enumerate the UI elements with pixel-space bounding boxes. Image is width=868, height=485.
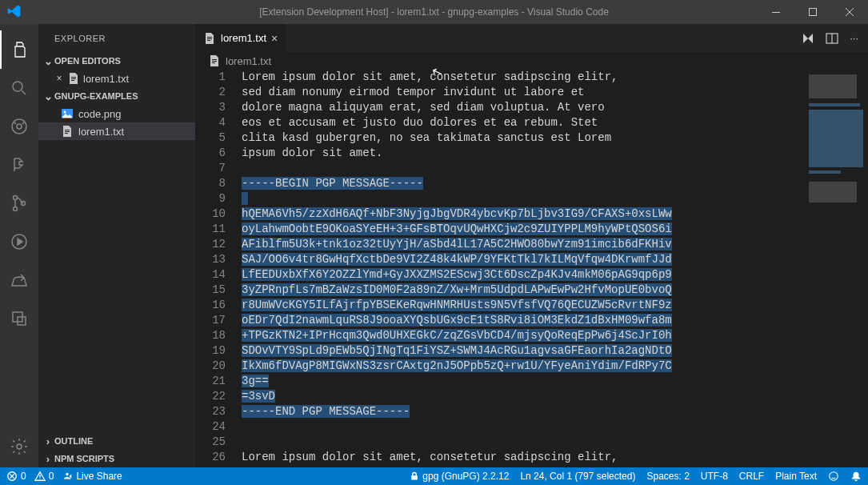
outline-header[interactable]: › OUTLINE bbox=[38, 432, 195, 450]
close-button[interactable] bbox=[831, 0, 868, 24]
svg-point-16 bbox=[830, 472, 838, 481]
svg-point-6 bbox=[14, 207, 18, 211]
status-language[interactable]: Plain Text bbox=[775, 471, 817, 482]
workspace-header[interactable]: ⌄ GNUPG-EXAMPLES bbox=[38, 87, 195, 105]
status-indentation[interactable]: Spaces: 2 bbox=[646, 471, 689, 482]
explorer-icon[interactable] bbox=[0, 30, 38, 69]
minimize-button[interactable] bbox=[758, 0, 794, 24]
editor-tabs: lorem1.txt × ··· bbox=[195, 24, 868, 52]
file-item-text[interactable]: lorem1.txt bbox=[38, 122, 195, 140]
debug-icon[interactable] bbox=[0, 146, 38, 184]
file-text-icon bbox=[208, 54, 221, 67]
npm-scripts-header[interactable]: › NPM SCRIPTS bbox=[38, 450, 195, 467]
file-text-icon bbox=[203, 32, 216, 45]
title-bar: [Extension Development Host] - lorem1.tx… bbox=[0, 0, 868, 24]
svg-point-5 bbox=[14, 196, 18, 200]
editor-actions: ··· bbox=[802, 24, 868, 52]
chevron-down-icon: ⌄ bbox=[42, 90, 54, 102]
split-editor-icon[interactable] bbox=[826, 32, 838, 45]
open-editors-header[interactable]: ⌄ OPEN EDITORS bbox=[38, 52, 195, 70]
sidebar-title: EXPLORER bbox=[38, 24, 195, 52]
explorer-sidebar: EXPLORER ⌄ OPEN EDITORS × lorem1.txt ⌄ G… bbox=[38, 24, 195, 467]
vscode-logo-icon bbox=[6, 3, 22, 19]
svg-point-11 bbox=[17, 444, 22, 449]
share-icon[interactable] bbox=[0, 261, 38, 299]
status-gpg[interactable]: gpg (GnuPG) 2.2.12 bbox=[410, 471, 509, 482]
status-eol[interactable]: CRLF bbox=[739, 471, 764, 482]
tab-close-icon[interactable]: × bbox=[271, 32, 278, 45]
status-live-share[interactable]: Live Share bbox=[62, 471, 122, 482]
svg-rect-0 bbox=[772, 12, 780, 13]
svg-rect-10 bbox=[18, 317, 26, 325]
chevron-right-icon: › bbox=[42, 435, 54, 447]
chevron-right-icon: › bbox=[42, 453, 54, 465]
maximize-button[interactable] bbox=[794, 0, 831, 24]
status-warnings[interactable]: 0 bbox=[34, 471, 54, 482]
svg-point-13 bbox=[64, 111, 66, 114]
editor-area: lorem1.txt × ··· lorem1.txt ↖ 1234567891… bbox=[195, 24, 868, 467]
settings-gear-icon[interactable] bbox=[0, 429, 38, 467]
close-icon[interactable]: × bbox=[54, 73, 64, 84]
feedback-icon[interactable] bbox=[828, 471, 839, 482]
file-item-image[interactable]: code.png bbox=[38, 105, 195, 122]
code-content[interactable]: Lorem ipsum dolor sit amet, consetetur s… bbox=[242, 70, 868, 467]
status-cursor-position[interactable]: Ln 24, Col 1 (797 selected) bbox=[520, 471, 635, 482]
file-text-icon bbox=[67, 72, 80, 85]
source-control-icon[interactable] bbox=[0, 107, 38, 146]
svg-rect-1 bbox=[810, 9, 817, 16]
svg-point-2 bbox=[13, 82, 22, 91]
window-title: [Extension Development Host] - lorem1.tx… bbox=[259, 6, 609, 18]
references-icon[interactable] bbox=[0, 299, 38, 338]
chevron-down-icon: ⌄ bbox=[42, 55, 54, 67]
code-editor[interactable]: 1234567891011121314151617181920212223242… bbox=[195, 70, 868, 467]
open-editor-item[interactable]: × lorem1.txt bbox=[38, 70, 195, 87]
activity-bar bbox=[0, 24, 38, 467]
search-icon[interactable] bbox=[0, 69, 38, 107]
file-text-icon bbox=[61, 125, 74, 138]
breadcrumb[interactable]: lorem1.txt bbox=[195, 52, 868, 70]
minimap[interactable] bbox=[804, 70, 868, 467]
window-controls bbox=[758, 0, 868, 24]
status-errors[interactable]: 0 bbox=[6, 471, 26, 482]
more-icon[interactable]: ··· bbox=[850, 32, 858, 44]
run-icon[interactable] bbox=[0, 222, 38, 261]
diff-icon[interactable] bbox=[802, 32, 814, 45]
editor-tab[interactable]: lorem1.txt × bbox=[195, 24, 286, 52]
line-number-gutter: 1234567891011121314151617181920212223242… bbox=[195, 70, 242, 467]
extensions-icon[interactable] bbox=[0, 184, 38, 222]
svg-point-4 bbox=[17, 124, 22, 129]
status-encoding[interactable]: UTF-8 bbox=[701, 471, 728, 482]
file-image-icon bbox=[61, 107, 74, 120]
notifications-icon[interactable] bbox=[850, 471, 862, 482]
status-bar: 0 0 Live Share gpg (GnuPG) 2.2.12 Ln 24,… bbox=[0, 467, 868, 485]
